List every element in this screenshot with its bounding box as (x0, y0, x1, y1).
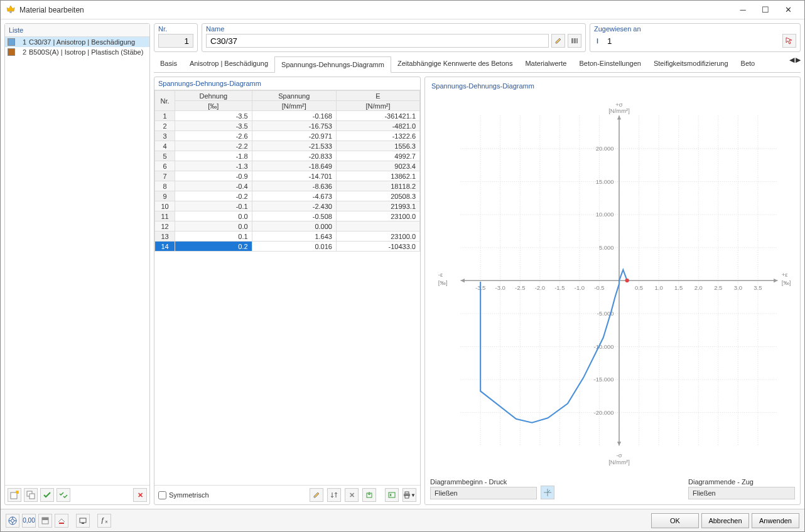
svg-text:15.000: 15.000 (596, 178, 614, 185)
assigned-field-box: Zugewiesen an Ｉ (590, 23, 801, 52)
sort-icon[interactable] (327, 488, 341, 502)
minimize-button[interactable]: ─ (732, 3, 754, 18)
delete-material-icon[interactable]: ✕ (133, 488, 147, 502)
svg-text:-σ: -σ (617, 452, 622, 459)
svg-text:-20.000: -20.000 (594, 409, 614, 416)
svg-text:-ε: -ε (438, 271, 443, 278)
table-row[interactable]: 1-3.5-0.168-361421.1 (155, 111, 420, 121)
svg-text:3.5: 3.5 (754, 284, 762, 291)
diagram-end-value: Fließen (688, 487, 795, 499)
diagram-toggle-icon[interactable] (541, 486, 554, 499)
pick-assign-icon[interactable] (782, 34, 796, 48)
tab[interactable]: Basis (154, 56, 183, 72)
svg-text:2.0: 2.0 (694, 284, 703, 291)
chart-title: Spannungs-Dehnungs-Diagramm (428, 80, 797, 92)
table-row[interactable]: 3-2.6-20.971-1322.6 (155, 131, 420, 141)
symmetrisch-checkbox[interactable]: Symmetrisch (158, 491, 209, 499)
tab-scroll-left-icon[interactable]: ◀ (789, 56, 794, 64)
function-icon[interactable]: ƒₓ (97, 514, 111, 528)
tab[interactable]: Beton-Einstellungen (573, 56, 647, 72)
dialog-bottom-bar: 0,00 ƒₓ OK Abbrechen Anwenden (1, 509, 804, 531)
library-icon[interactable] (568, 34, 581, 48)
col-e: E (336, 91, 419, 101)
svg-text:5.000: 5.000 (599, 244, 614, 251)
ok-button[interactable]: OK (651, 513, 699, 528)
material-nr-input[interactable] (158, 34, 193, 48)
close-button[interactable]: ✕ (777, 3, 799, 18)
list-item[interactable]: 1C30/37 | Anisotrop | Beschädigung (5, 37, 149, 47)
svg-rect-6 (576, 38, 578, 43)
svg-text:-2.0: -2.0 (535, 284, 545, 291)
assigned-input[interactable] (603, 34, 780, 48)
tab[interactable]: Anisotrop | Beschädigung (183, 56, 274, 72)
nr-field-box: Nr. (154, 23, 198, 52)
svg-rect-71 (42, 518, 48, 520)
table-row[interactable]: 6-1.3-18.6499023.4 (155, 161, 420, 171)
edit-name-icon[interactable] (551, 34, 565, 48)
table-row[interactable]: 130.11.64323100.0 (155, 231, 420, 242)
svg-rect-3 (30, 494, 35, 499)
svg-text:-10.000: -10.000 (594, 343, 614, 350)
tab-scroll-right-icon[interactable]: ▶ (796, 56, 801, 64)
settings-icon[interactable] (38, 514, 52, 528)
copy-material-icon[interactable] (24, 488, 38, 502)
table-row[interactable]: 8-0.4-8.63618118.2 (155, 181, 420, 191)
tab[interactable]: Beto (735, 56, 762, 72)
svg-rect-72 (59, 523, 64, 524)
help-icon[interactable] (6, 514, 19, 528)
name-field-box: Name (202, 23, 586, 52)
table-row[interactable]: 9-0.2-4.67320508.3 (155, 191, 420, 201)
material-list[interactable]: 1C30/37 | Anisotrop | Beschädigung2B500S… (5, 37, 149, 485)
table-row[interactable]: 10-0.1-2.43021993.1 (155, 201, 420, 211)
material-color-swatch (8, 38, 15, 46)
tab[interactable]: Zeitabhängige Kennwerte des Betons (391, 56, 519, 72)
col-nr: Nr. (155, 91, 175, 111)
table-row[interactable]: 7-0.9-14.70113862.1 (155, 171, 420, 181)
svg-text:1.5: 1.5 (674, 284, 683, 291)
table-row[interactable]: 2-3.5-16.753-4821.0 (155, 121, 420, 131)
view-icon[interactable] (55, 514, 68, 528)
cancel-button[interactable]: Abbrechen (701, 513, 749, 528)
svg-text:1.0: 1.0 (655, 284, 663, 291)
maximize-button[interactable]: ☐ (754, 3, 777, 18)
table-row[interactable]: 110.0-0.50823100.0 (155, 211, 420, 221)
svg-text:-1.5: -1.5 (554, 284, 565, 291)
svg-text:[N/mm²]: [N/mm²] (608, 107, 630, 114)
table-row[interactable]: 4-2.2-21.5331556.3 (155, 141, 420, 151)
check-icon[interactable] (40, 488, 54, 502)
svg-text:[‰]: [‰] (782, 279, 791, 286)
svg-rect-4 (571, 38, 573, 43)
display-icon[interactable] (76, 514, 90, 528)
stress-strain-table[interactable]: Nr. Dehnung Spannung E [‰] [N/mm²] [N/mm… (154, 90, 420, 252)
table-row[interactable]: 120.00.000 (155, 221, 420, 231)
delete-row-icon[interactable]: ✕ (345, 488, 359, 502)
units-icon[interactable]: 0,00 (22, 514, 36, 528)
svg-text:+ε: +ε (782, 271, 789, 278)
check-all-icon[interactable] (57, 488, 70, 502)
table-row[interactable]: 140.20.016-10433.0 (155, 242, 420, 252)
table-row[interactable]: 5-1.8-20.8334992.7 (155, 151, 420, 161)
print-icon[interactable]: ▼ (403, 488, 416, 502)
material-name-input[interactable] (206, 34, 549, 48)
svg-text:3.0: 3.0 (734, 284, 742, 291)
tab[interactable]: Materialwerte (519, 56, 573, 72)
svg-text:-2.5: -2.5 (515, 284, 525, 291)
import-icon[interactable] (362, 488, 376, 502)
svg-text:0.5: 0.5 (635, 284, 643, 291)
new-material-icon[interactable] (8, 488, 21, 502)
table-title: Spannungs-Dehnungs-Diagramm (154, 77, 420, 90)
svg-rect-73 (80, 518, 86, 523)
svg-rect-5 (574, 38, 576, 43)
apply-button[interactable]: Anwenden (752, 513, 799, 528)
tab[interactable]: Steifigkeitsmodifizierung (647, 56, 735, 72)
svg-text:20.000: 20.000 (596, 145, 614, 152)
edit-row-icon[interactable] (310, 488, 323, 502)
diagram-end-box: Diagrammende - Zug Fließen (688, 478, 795, 499)
svg-text:-0.5: -0.5 (594, 284, 604, 291)
material-color-swatch (8, 48, 15, 56)
export-excel-icon[interactable] (385, 488, 399, 502)
list-item[interactable]: 2B500S(A) | Isotrop | Plastisch (Stäbe) (5, 47, 149, 57)
svg-text:-1.0: -1.0 (575, 284, 585, 291)
tab[interactable]: Spannungs-Dehnungs-Diagramm (274, 56, 391, 73)
svg-point-67 (625, 279, 629, 282)
